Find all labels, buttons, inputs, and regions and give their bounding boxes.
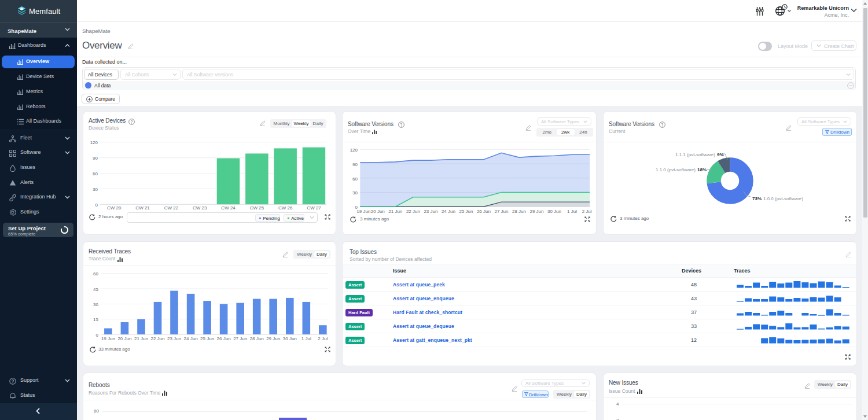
svg-text:CW 26: CW 26 bbox=[278, 205, 293, 210]
svg-text:CW 27: CW 27 bbox=[307, 205, 321, 210]
svg-text:30 Jun: 30 Jun bbox=[547, 209, 561, 214]
svg-text:19 Jun: 19 Jun bbox=[101, 336, 115, 341]
svg-text:120: 120 bbox=[90, 140, 98, 145]
svg-text:2 Jul: 2 Jul bbox=[582, 209, 592, 214]
svg-text:0: 0 bbox=[95, 202, 98, 208]
svg-text:19 Jun: 19 Jun bbox=[356, 209, 370, 214]
svg-text:24 Jun: 24 Jun bbox=[184, 336, 198, 341]
svg-text:21 Jun: 21 Jun bbox=[134, 336, 148, 341]
svg-text:90: 90 bbox=[352, 162, 358, 167]
svg-text:CW 20: CW 20 bbox=[107, 205, 122, 210]
svg-text:2 Jul: 2 Jul bbox=[318, 336, 328, 341]
svg-text:21 Jun: 21 Jun bbox=[388, 209, 402, 214]
svg-text:15: 15 bbox=[93, 317, 98, 322]
svg-text:30 Jun: 30 Jun bbox=[283, 336, 297, 341]
svg-text:25 Jun: 25 Jun bbox=[200, 336, 214, 341]
svg-text:1 Jul: 1 Jul bbox=[301, 336, 311, 341]
svg-text:45: 45 bbox=[93, 287, 98, 292]
svg-text:120: 120 bbox=[350, 148, 358, 153]
svg-text:28 Jun: 28 Jun bbox=[512, 209, 526, 214]
svg-text:60: 60 bbox=[352, 176, 358, 182]
svg-text:23 Jun: 23 Jun bbox=[167, 336, 181, 341]
svg-text:24 Jun: 24 Jun bbox=[442, 209, 455, 214]
svg-text:CW 25: CW 25 bbox=[250, 205, 264, 210]
svg-text:26 Jun: 26 Jun bbox=[477, 209, 491, 214]
svg-text:27 Jun: 27 Jun bbox=[494, 209, 508, 214]
svg-text:CW 22: CW 22 bbox=[164, 205, 179, 210]
svg-text:CW 24: CW 24 bbox=[221, 205, 236, 210]
svg-text:0: 0 bbox=[96, 333, 99, 338]
svg-text:22 Jun: 22 Jun bbox=[406, 209, 420, 214]
svg-text:20 Jun: 20 Jun bbox=[117, 336, 131, 341]
svg-text:30: 30 bbox=[93, 187, 98, 192]
svg-text:60: 60 bbox=[93, 171, 98, 176]
svg-text:CW 23: CW 23 bbox=[193, 205, 207, 210]
svg-text:CW 21: CW 21 bbox=[135, 205, 150, 210]
svg-text:22 Jun: 22 Jun bbox=[150, 336, 164, 341]
svg-text:60: 60 bbox=[93, 271, 98, 277]
svg-text:20 Jun: 20 Jun bbox=[371, 209, 385, 214]
svg-text:30: 30 bbox=[352, 190, 358, 196]
svg-text:28 Jun: 28 Jun bbox=[250, 336, 264, 341]
svg-text:29 Jun: 29 Jun bbox=[266, 336, 280, 341]
svg-text:29 Jun: 29 Jun bbox=[529, 209, 543, 214]
svg-text:26 Jun: 26 Jun bbox=[217, 336, 231, 341]
svg-text:23 Jun: 23 Jun bbox=[424, 209, 437, 214]
svg-text:30: 30 bbox=[93, 302, 98, 307]
svg-text:25 Jun: 25 Jun bbox=[459, 209, 473, 214]
svg-text:90: 90 bbox=[93, 156, 98, 161]
svg-text:27 Jun: 27 Jun bbox=[233, 336, 247, 341]
svg-text:1 Jul: 1 Jul bbox=[567, 209, 577, 214]
